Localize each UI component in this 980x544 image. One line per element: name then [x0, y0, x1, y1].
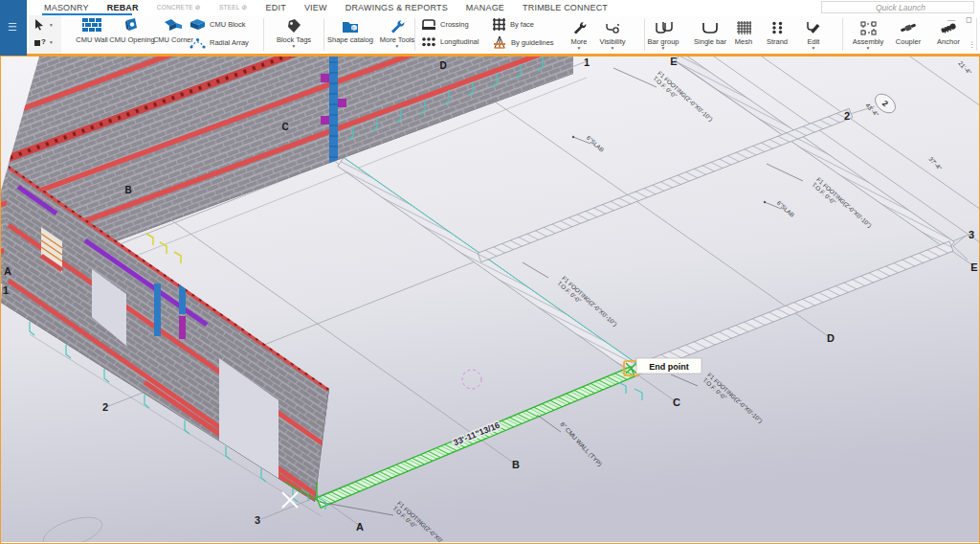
tekla-structures-window: ☰ MASONRY REBAR CONCRETE⊘ STEEL⊘ EDIT VI…	[0, 0, 980, 544]
group-separator	[323, 18, 324, 51]
svg-text:D: D	[827, 332, 835, 344]
longitudinal-dots-icon	[421, 36, 436, 47]
cmu-corner-icon	[164, 17, 183, 34]
svg-text:C: C	[281, 122, 288, 132]
overflow-dots-icon[interactable]: ⋮	[969, 40, 976, 49]
ribbon-restore-icon[interactable]: ◻	[966, 15, 972, 24]
group-separator	[263, 18, 264, 51]
tab-steel[interactable]: STEEL⊘	[219, 4, 248, 11]
guidelines-fan-icon	[492, 35, 507, 49]
svg-text:?: ?	[41, 37, 46, 46]
caret-down-icon: ▾	[50, 23, 53, 27]
single-bar-button[interactable]: Single bar	[690, 19, 730, 46]
svg-text:2: 2	[102, 401, 108, 413]
svg-text:E: E	[670, 57, 677, 67]
radial-array-icon	[189, 36, 206, 49]
wrench-icon	[572, 19, 587, 36]
tab-concrete[interactable]: CONCRETE⊘	[157, 4, 201, 11]
ribbon: ☰ MASONRY REBAR CONCRETE⊘ STEEL⊘ EDIT VI…	[0, 0, 980, 56]
svg-text:A: A	[356, 521, 364, 533]
tag-icon	[286, 17, 302, 34]
mesh-icon	[737, 19, 751, 36]
select-cursor-button[interactable]: ▾	[33, 18, 53, 31]
svg-text:3: 3	[255, 514, 260, 526]
caret-down-icon: ▾	[612, 46, 614, 50]
group-separator	[842, 18, 843, 51]
tab-manage[interactable]: MANAGE	[466, 3, 504, 12]
wrench-icon	[390, 17, 405, 34]
ribbon-body: ▾ ? ▾ CMU Wall CMU Opening	[27, 15, 980, 54]
group-separator	[976, 18, 977, 51]
cmu-opening-button[interactable]: CMU Opening	[109, 17, 155, 44]
longitudinal-button[interactable]: Longitudinal	[421, 36, 479, 47]
svg-text:B: B	[124, 185, 131, 195]
mesh-button[interactable]: Mesh	[730, 19, 757, 46]
select-filter-button[interactable]: ? ▾	[33, 36, 53, 48]
coupler-icon	[900, 19, 917, 36]
caret-down-icon: ▾	[293, 44, 296, 48]
mesh-face-icon	[492, 18, 506, 31]
folder-icon	[342, 17, 359, 34]
model-viewport[interactable]: F1 FOOTING(2'-0"X0'-10")T.O.F. 0'-0" F1 …	[0, 56, 980, 544]
cmu-opening-icon	[123, 17, 141, 34]
by-face-button[interactable]: By face	[492, 18, 534, 31]
caret-down-icon: ▾	[813, 46, 815, 50]
coupler-button[interactable]: Coupler	[891, 19, 925, 46]
caret-down-icon: ▾	[578, 46, 581, 50]
more-tools-button[interactable]: More Tools▾	[375, 17, 419, 48]
edit-rebar-button[interactable]: Edit▾	[798, 19, 829, 50]
group-separator	[414, 18, 415, 51]
block-tags-button[interactable]: Block Tags▾	[272, 17, 316, 48]
caret-down-icon: ▾	[867, 46, 870, 50]
assembly-button[interactable]: Assembly▾	[848, 19, 888, 50]
hidden-eye-icon: ⊘	[195, 4, 201, 11]
svg-text:1: 1	[3, 284, 9, 296]
hamburger-menu-icon[interactable]: ☰	[8, 21, 17, 34]
svg-text:D: D	[439, 60, 446, 71]
cmu-block-icon	[189, 18, 206, 31]
radial-array-button[interactable]: Radial Array	[189, 36, 249, 49]
svg-text:1: 1	[584, 57, 590, 68]
svg-text:3: 3	[969, 229, 974, 240]
tab-rebar[interactable]: REBAR	[107, 3, 139, 12]
more-button[interactable]: More▾	[565, 19, 593, 50]
svg-text:E: E	[970, 261, 977, 273]
svg-text:B: B	[512, 459, 520, 470]
strand-button[interactable]: Strand	[762, 19, 792, 46]
bar-group-button[interactable]: Bar group▾	[644, 19, 682, 50]
caret-down-icon: ▾	[662, 46, 665, 50]
query-box-icon: ?	[33, 36, 46, 48]
tab-edit[interactable]: EDIT	[266, 3, 286, 12]
tab-drawings-reports[interactable]: DRAWINGS & REPORTS	[345, 3, 448, 12]
edit-pencil-icon	[806, 19, 822, 36]
svg-text:A: A	[4, 265, 11, 277]
crossing-rebar-icon	[421, 18, 436, 31]
svg-text:End point: End point	[649, 362, 689, 372]
crossing-button[interactable]: Crossing	[421, 18, 469, 31]
svg-text:C: C	[673, 397, 680, 408]
ribbon-minimize-icon[interactable]: —	[947, 15, 955, 24]
tab-view[interactable]: VIEW	[304, 3, 327, 12]
snap-tooltip: End point	[636, 358, 702, 374]
cursor-arrow-icon	[33, 18, 46, 31]
by-guidelines-button[interactable]: By guidelines	[492, 35, 554, 49]
caret-down-icon: ▾	[50, 40, 53, 44]
assembly-icon	[860, 19, 877, 36]
single-bar-icon	[702, 19, 719, 36]
quick-launch-input[interactable]: Quick Launch	[821, 1, 974, 13]
visibility-button[interactable]: Visibility▾	[595, 19, 630, 50]
tab-trimble-connect[interactable]: TRIMBLE CONNECT	[523, 3, 608, 12]
shape-catalog-button[interactable]: Shape catalog	[325, 17, 375, 44]
brick-wall-icon	[82, 17, 101, 34]
visibility-glasses-icon	[605, 19, 621, 36]
selection-tools: ▾ ? ▾	[29, 15, 61, 54]
hidden-eye-icon: ⊘	[242, 4, 248, 11]
app-menu-strip[interactable]: ☰	[0, 0, 27, 56]
model-scene: F1 FOOTING(2'-0"X0'-10")T.O.F. 0'-0" F1 …	[1, 57, 979, 542]
cmu-wall-button[interactable]: CMU Wall	[73, 17, 111, 44]
bar-group-icon	[655, 19, 673, 36]
caret-down-icon: ▾	[396, 44, 399, 48]
svg-text:2: 2	[844, 110, 850, 122]
cmu-block-button[interactable]: CMU Block	[189, 18, 246, 31]
tab-masonry[interactable]: MASONRY	[44, 3, 89, 12]
